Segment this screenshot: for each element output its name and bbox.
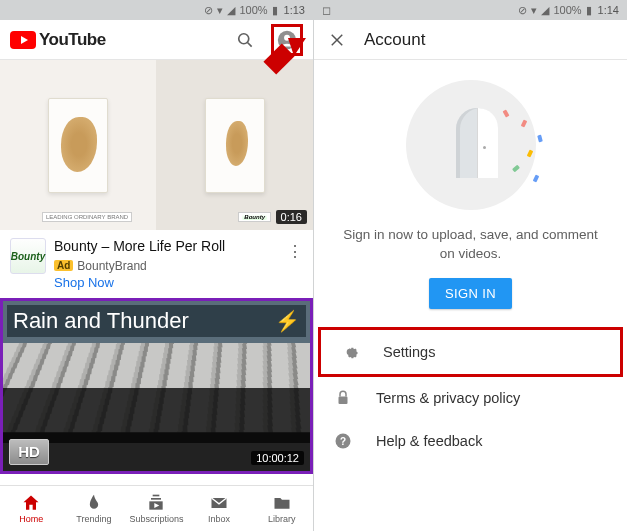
- status-bar: ⊘ ▾ ◢ 100% ▮ 1:13: [0, 0, 313, 20]
- svg-rect-7: [151, 498, 161, 500]
- account-button[interactable]: [271, 24, 303, 56]
- nav-trending[interactable]: Trending: [63, 486, 126, 531]
- signal-icon: ◢: [227, 4, 235, 17]
- bottom-nav: Home Trending Subscriptions Inbox Librar…: [0, 485, 313, 531]
- svg-rect-8: [153, 495, 160, 497]
- menu-settings[interactable]: Settings: [318, 327, 623, 377]
- signin-button[interactable]: SIGN IN: [429, 278, 512, 309]
- account-icon: [276, 29, 298, 51]
- nav-inbox[interactable]: Inbox: [188, 486, 251, 531]
- play-icon: [10, 31, 36, 49]
- lightning-icon: ⚡: [275, 309, 300, 333]
- battery-text: 100%: [239, 4, 267, 16]
- video-thumbnail[interactable]: LEADING ORDINARY BRAND Bounty 0:16: [0, 60, 313, 230]
- video-duration: 10:00:12: [251, 451, 304, 465]
- search-button[interactable]: [229, 24, 261, 56]
- signin-message: Sign in now to upload, save, and comment…: [342, 226, 599, 264]
- home-icon: [21, 493, 41, 513]
- status-bar: ◻ ⊘ ▾ ◢ 100% ▮ 1:14: [314, 0, 627, 20]
- help-icon: ?: [332, 431, 354, 451]
- menu-help[interactable]: ? Help & feedback: [314, 419, 627, 463]
- svg-point-3: [284, 34, 290, 40]
- account-menu: Settings Terms & privacy policy ? Help &…: [314, 327, 627, 463]
- menu-label: Settings: [383, 344, 435, 360]
- clock: 1:13: [284, 4, 305, 16]
- youtube-logo[interactable]: YouTube: [10, 30, 106, 50]
- dnd-icon: ⊘: [204, 4, 213, 17]
- battery-text: 100%: [553, 4, 581, 16]
- channel-avatar[interactable]: Bounty: [10, 238, 46, 274]
- brand-tag: LEADING ORDINARY BRAND: [42, 212, 132, 222]
- phone-account-panel: ◻ ⊘ ▾ ◢ 100% ▮ 1:14 Account Sign in now …: [313, 0, 627, 531]
- video-overlay-title: Rain and Thunder ⚡: [7, 305, 306, 337]
- mail-icon: [209, 493, 229, 513]
- subscriptions-icon: [146, 493, 166, 513]
- svg-rect-13: [339, 396, 348, 404]
- lock-icon: [332, 389, 354, 407]
- phone-youtube-home: ⊘ ▾ ◢ 100% ▮ 1:13 YouTube LE: [0, 0, 313, 531]
- video-title[interactable]: Bounty – More Life Per Roll: [54, 238, 275, 256]
- cast-icon: ◻: [322, 4, 331, 17]
- svg-line-1: [248, 42, 252, 46]
- svg-text:?: ?: [340, 436, 346, 447]
- account-header: Account: [314, 20, 627, 60]
- battery-icon: ▮: [586, 4, 592, 17]
- more-button[interactable]: ⋮: [283, 238, 303, 290]
- folder-icon: [272, 493, 292, 513]
- menu-label: Help & feedback: [376, 433, 482, 449]
- menu-label: Terms & privacy policy: [376, 390, 520, 406]
- nav-home[interactable]: Home: [0, 486, 63, 531]
- clock: 1:14: [598, 4, 619, 16]
- brand-text: YouTube: [39, 30, 106, 50]
- ad-badge: Ad: [54, 260, 73, 271]
- panel-title: Account: [364, 30, 425, 50]
- battery-icon: ▮: [272, 4, 278, 17]
- wifi-icon: ▾: [217, 4, 223, 17]
- nav-subscriptions[interactable]: Subscriptions: [125, 486, 188, 531]
- signal-icon: ◢: [541, 4, 549, 17]
- video-duration: 0:16: [276, 210, 307, 224]
- svg-point-0: [239, 33, 249, 43]
- brand-tag-bounty: Bounty: [238, 212, 271, 222]
- video-meta: Bounty Bounty – More Life Per Roll Ad Bo…: [0, 230, 313, 298]
- fire-icon: [84, 493, 104, 513]
- gear-icon: [339, 342, 361, 362]
- shop-now-link[interactable]: Shop Now: [54, 275, 275, 290]
- search-icon: [235, 30, 255, 50]
- dnd-icon: ⊘: [518, 4, 527, 17]
- channel-name[interactable]: BountyBrand: [77, 259, 146, 273]
- menu-terms[interactable]: Terms & privacy policy: [314, 377, 627, 419]
- hd-badge: HD: [9, 439, 49, 465]
- signin-illustration: [406, 80, 536, 210]
- wifi-icon: ▾: [531, 4, 537, 17]
- close-icon[interactable]: [328, 31, 346, 49]
- app-bar: YouTube: [0, 20, 313, 60]
- video-thumbnail[interactable]: Rain and Thunder ⚡ HD 10:00:12: [0, 298, 313, 474]
- nav-library[interactable]: Library: [250, 486, 313, 531]
